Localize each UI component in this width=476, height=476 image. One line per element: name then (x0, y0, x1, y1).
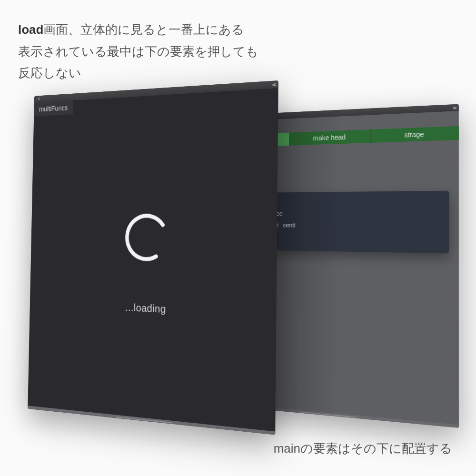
caption-bottom: mainの要素はその下に配置する (274, 440, 452, 457)
svg-point-0 (120, 208, 173, 266)
unit-label-centi: centi (283, 222, 295, 229)
caption-top-line2: 表示されている最中は下の要素を押しても (18, 41, 258, 63)
loading-text: ...loading (125, 301, 166, 315)
caption-top-line3: 反応しない (18, 62, 258, 84)
loading-spinner-icon (120, 208, 173, 266)
loading-panel: × << multiFuncs ...loading (28, 80, 278, 435)
close-icon[interactable]: × (38, 97, 40, 101)
caption-top-bold: load (18, 22, 43, 37)
caption-top-line1-rest: 画面、立体的に見ると一番上にある (43, 22, 244, 37)
tab-make-head[interactable]: make head (289, 129, 371, 146)
tab-strage[interactable]: strage (370, 126, 458, 143)
caption-top: load画面、立体的に見ると一番上にある 表示されている最中は下の要素を押しても… (18, 19, 258, 84)
